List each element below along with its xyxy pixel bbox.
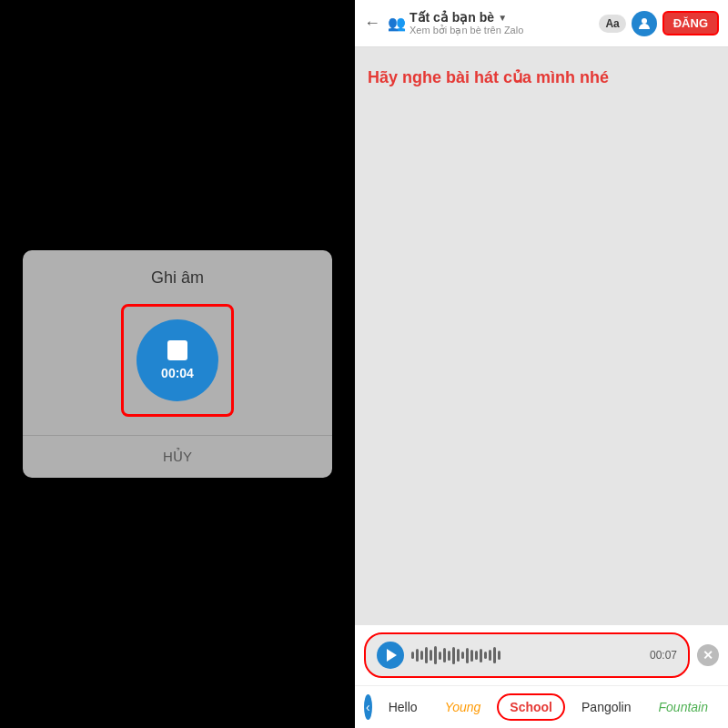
back-button[interactable]: ←	[364, 14, 380, 33]
sticker-fountain[interactable]: Fountain	[648, 695, 719, 719]
sticker-school[interactable]: School	[497, 693, 565, 721]
left-panel: Ghi âm 00:04 HỦY	[0, 0, 355, 728]
cancel-button[interactable]: HỦY	[23, 435, 332, 478]
recording-timer: 00:04	[161, 366, 194, 380]
aa-button[interactable]: Aa	[599, 15, 625, 33]
header-title: Tất cả bạn bè ▼	[410, 10, 599, 25]
wave-bar	[466, 648, 469, 663]
wave-bar	[439, 652, 441, 660]
header-title-area: Tất cả bạn bè ▼ Xem bởi bạn bè trên Zalo	[410, 10, 599, 36]
sticker-pangolin[interactable]: Pangolin	[571, 695, 642, 719]
header-subtitle: Xem bởi bạn bè trên Zalo	[410, 25, 599, 36]
waveform	[411, 645, 642, 665]
wave-bar	[470, 650, 473, 662]
chat-header: ← 👥 Tất cả bạn bè ▼ Xem bởi bạn bè trên …	[355, 0, 728, 47]
dropdown-arrow-icon[interactable]: ▼	[498, 13, 507, 23]
wave-bar	[443, 648, 446, 662]
wave-bar	[425, 647, 428, 663]
sticker-back-button[interactable]: ‹	[364, 694, 372, 720]
avatar-button[interactable]	[632, 11, 657, 36]
chat-message: Hãy nghe bài hát của mình nhé	[368, 67, 715, 87]
wave-bar	[461, 652, 464, 659]
chat-body: Hãy nghe bài hát của mình nhé	[355, 47, 728, 625]
wave-bar	[416, 649, 419, 662]
svg-point-0	[642, 18, 647, 24]
record-btn-wrapper: 00:04	[121, 304, 234, 417]
header-actions: Aa ĐĂNG	[599, 11, 719, 36]
sticker-young[interactable]: Young	[434, 695, 492, 719]
stop-record-button[interactable]: 00:04	[136, 319, 218, 401]
play-icon	[387, 649, 397, 662]
audio-duration: 00:07	[650, 649, 677, 662]
wave-bar	[484, 652, 487, 659]
wave-bar	[448, 651, 450, 661]
wave-bar	[457, 649, 460, 662]
wave-bar	[498, 651, 500, 660]
right-panel: ← 👥 Tất cả bạn bè ▼ Xem bởi bạn bè trên …	[355, 0, 728, 728]
audio-bubble: 00:07	[364, 632, 690, 678]
dialog-title: Ghi âm	[151, 268, 204, 288]
wave-bar	[489, 650, 491, 661]
play-button[interactable]	[377, 642, 404, 669]
wave-bar	[434, 646, 437, 664]
dang-button[interactable]: ĐĂNG	[662, 11, 719, 35]
friends-icon: 👥	[388, 15, 406, 32]
sticker-bar: ‹ Hello Young School Pangolin Fountain	[355, 685, 728, 728]
wave-bar	[430, 650, 432, 661]
wave-bar	[493, 647, 496, 663]
wave-bar	[475, 651, 478, 660]
wave-bar	[452, 647, 455, 664]
chat-bottom: 00:07 ✕ ‹ Hello Young School Pangolin Fo…	[355, 625, 728, 728]
recording-dialog: Ghi âm 00:04 HỦY	[23, 250, 332, 478]
close-audio-button[interactable]: ✕	[697, 644, 719, 666]
sticker-hello[interactable]: Hello	[378, 695, 429, 719]
wave-bar	[420, 651, 423, 660]
wave-bar	[411, 652, 414, 659]
stop-icon	[167, 340, 187, 360]
wave-bar	[480, 649, 482, 662]
audio-message-area: 00:07 ✕	[355, 625, 728, 685]
